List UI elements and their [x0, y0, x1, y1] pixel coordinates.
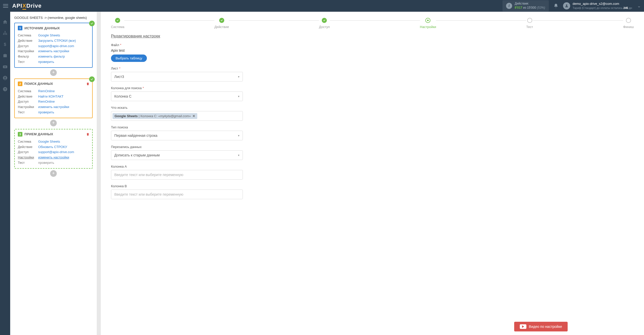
connections-icon[interactable]	[3, 31, 8, 36]
step-active-icon	[425, 18, 430, 23]
card-link-disabled: проверить	[38, 160, 54, 166]
actions-used: 8'017	[515, 6, 522, 9]
breadcrumb: GOOGLE SHEETS -> (remonline, google shee…	[14, 16, 93, 20]
field-label: Что искать	[111, 106, 634, 110]
badge-2: 2	[18, 82, 22, 86]
card-title: ПОИСК ДАННЫХ	[24, 82, 53, 86]
logo-x: X	[22, 3, 26, 10]
card-title: ПРИЕМ ДАННЫХ	[24, 132, 53, 136]
logo-text2: Drive	[26, 3, 41, 9]
search-value-input[interactable]: Google Sheets | Колонка C: «mykyta@gmail…	[111, 111, 243, 121]
check-icon	[89, 21, 95, 26]
card-link[interactable]: проверить	[38, 59, 54, 65]
left-panel: GOOGLE SHEETS -> (remonline, google shee…	[10, 12, 97, 335]
overwrite-select[interactable]: Дописать к старым данным▾	[111, 150, 243, 160]
add-step-button[interactable]: +	[50, 170, 57, 177]
youtube-icon[interactable]	[3, 64, 8, 69]
bell-icon[interactable]	[553, 3, 558, 8]
user-icon[interactable]	[3, 75, 8, 81]
menu-icon[interactable]	[3, 4, 8, 8]
field-label: Перезапись данных	[111, 145, 634, 149]
card-title: ИСТОЧНИК ДАННЫХ	[24, 26, 60, 30]
chevron-down-icon: ▾	[238, 134, 240, 137]
video-help-button[interactable]: Видео по настройке	[514, 322, 568, 331]
svg-rect-3	[6, 34, 7, 35]
field-label: Файл	[111, 43, 119, 47]
card-search[interactable]: 2ПОИСК ДАННЫХ СистемаRemOnline ДействиеН…	[14, 78, 93, 118]
youtube-icon	[520, 324, 526, 329]
step-pending-icon	[626, 18, 631, 23]
column-a-input[interactable]	[111, 170, 243, 180]
step-done-icon	[219, 18, 224, 23]
card-link[interactable]: RemOnline	[38, 89, 55, 94]
card-link[interactable]: RemOnline	[38, 99, 55, 104]
field-label: Колонка для поиска	[111, 86, 142, 90]
column-b-input[interactable]	[111, 190, 243, 199]
field-label: Колонка A	[111, 165, 634, 168]
logo[interactable]: APIXDrive	[12, 3, 41, 9]
card-link[interactable]: Google Sheets	[38, 33, 60, 38]
step-indicator: Система Действие Доступ Настройки Тест Ф…	[111, 18, 634, 29]
card-link[interactable]: support@apix-drive.com	[38, 150, 74, 155]
avatar-icon[interactable]	[563, 2, 570, 9]
svg-rect-1	[3, 34, 4, 35]
card-link[interactable]: Обновить СТРОКУ	[38, 144, 67, 150]
help-icon[interactable]: ?	[3, 87, 8, 92]
svg-rect-2	[5, 34, 5, 35]
actions-counter[interactable]: i Действия: 8'017 из 15'000 (53%)	[502, 0, 549, 11]
sheet-select[interactable]: Лист3▾	[111, 72, 243, 82]
search-type-select[interactable]: Первая найденная строка▾	[111, 131, 243, 140]
user-info[interactable]: demo_apix-drive_s2@com.com Тариф |Станда…	[573, 2, 632, 10]
badge-3: 3	[18, 132, 22, 137]
add-step-button[interactable]: +	[50, 69, 57, 76]
sidebar: $ ?	[0, 12, 10, 335]
check-icon	[89, 76, 95, 82]
info-icon: i	[506, 3, 512, 9]
card-link[interactable]: Загрузить СТРОКИ (все)	[38, 38, 76, 44]
main-panel: Система Действие Доступ Настройки Тест Ф…	[101, 12, 644, 335]
card-source[interactable]: 1ИСТОЧНИК ДАННЫХ СистемаGoogle Sheets Де…	[14, 23, 93, 68]
user-email: demo_apix-drive_s2@com.com	[573, 2, 632, 6]
card-link[interactable]: support@apix-drive.com	[38, 44, 74, 49]
logo-text: API	[12, 3, 22, 9]
card-link[interactable]: Найти КОНТАКТ	[38, 94, 63, 99]
card-link[interactable]: изменить настройки	[38, 104, 69, 110]
badge-1: 1	[18, 26, 22, 30]
file-name: Apix test	[111, 48, 634, 52]
chevron-down-icon: ▾	[238, 75, 240, 78]
card-link[interactable]: изменить настройки	[38, 49, 69, 54]
briefcase-icon[interactable]	[3, 53, 8, 58]
section-title: Редактирование настроек	[111, 34, 634, 38]
svg-rect-0	[5, 31, 5, 32]
card-link[interactable]: Google Sheets	[38, 139, 60, 144]
field-label: Колонка B	[111, 184, 634, 188]
svg-text:?: ?	[4, 88, 6, 91]
step-done-icon	[322, 18, 327, 23]
chevron-down-icon: ▾	[238, 154, 240, 157]
svg-point-7	[5, 77, 6, 78]
step-pending-icon	[527, 18, 532, 23]
home-icon[interactable]	[3, 19, 8, 24]
add-step-button[interactable]: +	[50, 120, 57, 126]
trash-icon[interactable]	[86, 132, 90, 137]
select-table-button[interactable]: Выбрать таблицу	[111, 55, 147, 62]
svg-text:$: $	[4, 42, 6, 47]
variable-tag[interactable]: Google Sheets | Колонка C: «mykyta@gmail…	[113, 113, 197, 119]
card-link-active[interactable]: изменить настройки	[38, 155, 69, 160]
actions-pct: (53%)	[537, 6, 545, 9]
remove-tag-icon[interactable]: ✕	[192, 114, 195, 118]
chevron-down-icon: ▾	[238, 95, 240, 98]
step-done-icon	[115, 18, 120, 23]
chevron-down-icon[interactable]: ⌄	[632, 3, 641, 9]
card-link[interactable]: изменить фильтр	[38, 54, 65, 59]
field-label: Лист	[111, 66, 118, 70]
field-label: Тип поиска	[111, 125, 634, 129]
search-column-select[interactable]: Колонка C▾	[111, 91, 243, 101]
card-destination[interactable]: 3ПРИЕМ ДАННЫХ СистемаGoogle Sheets Дейст…	[14, 129, 93, 169]
card-link[interactable]: проверить	[38, 110, 54, 115]
top-bar: APIXDrive i Действия: 8'017 из 15'000 (5…	[0, 0, 644, 12]
dollar-icon[interactable]: $	[3, 42, 8, 47]
actions-label: Действия:	[515, 2, 545, 6]
trash-icon[interactable]	[86, 82, 90, 86]
